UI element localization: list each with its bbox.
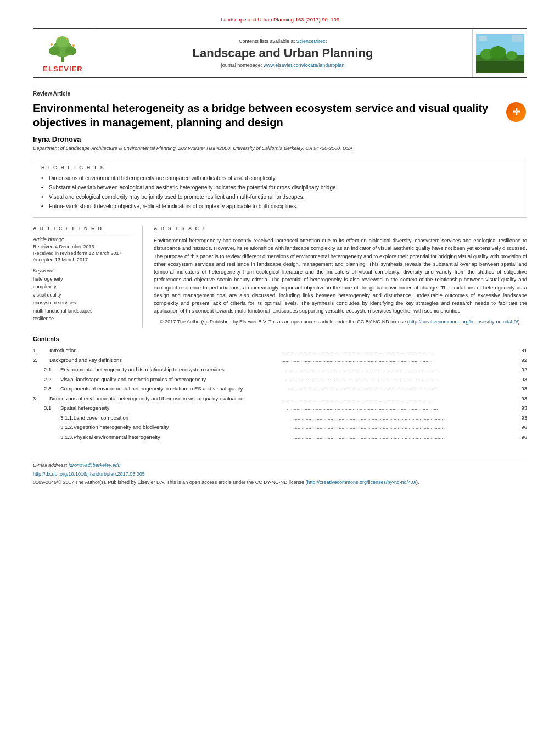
highlights-box: H I G H L I G H T S Dimensions of enviro… — [33, 159, 527, 218]
article-info-label: A R T I C L E I N F O — [33, 226, 135, 233]
highlight-item: Substantial overlap between ecological a… — [41, 184, 519, 192]
contents-page-num: 93 — [513, 376, 527, 383]
svg-point-7 — [58, 37, 60, 39]
contents-num: 1. — [33, 347, 49, 354]
contents-item-text: Environmental heterogeneity and its rela… — [60, 366, 285, 373]
contents-page-num: 93 — [513, 414, 527, 422]
contents-title: Contents — [33, 336, 527, 342]
contents-item-text: Land cover composition — [74, 414, 292, 422]
svg-point-8 — [66, 38, 68, 40]
contents-item-text: Spatial heterogeneity — [60, 404, 285, 412]
contents-page-num: 93 — [513, 395, 527, 403]
accepted-date: Accepted 13 March 2017 — [33, 257, 135, 263]
contents-row: 2.Background and key definitions........… — [33, 356, 527, 365]
svg-point-14 — [506, 51, 517, 60]
contents-table: 1.Introduction..........................… — [33, 347, 527, 441]
keyword-item: resilience — [33, 315, 135, 322]
article-title: Environmental heterogeneity as a bridge … — [33, 101, 497, 130]
journal-cover-area: Landscape and Urban Planning — [472, 29, 527, 77]
contents-item-text: Background and key definitions — [49, 356, 279, 364]
crossmark-area: ✛ — [505, 101, 527, 123]
contents-item-text: Vegetation heterogeneity and biodiversit… — [74, 423, 292, 431]
sciencedirect-link[interactable]: ScienceDirect — [296, 38, 327, 44]
article-history-label: Article history: — [33, 237, 135, 242]
keywords-label: Keywords: — [33, 268, 135, 274]
abstract-column: A B S T R A C T Environmental heterogene… — [154, 226, 527, 328]
abstract-paragraph: Environmental heterogeneity has recently… — [154, 237, 527, 315]
main-title-area: Environmental heterogeneity as a bridge … — [33, 101, 527, 130]
email-label: E-mail address: — [33, 462, 68, 468]
journal-header: ELSEVIER Contents lists available at Sci… — [33, 28, 527, 78]
contents-row: 3.Dimensions of environmental heterogene… — [33, 395, 527, 403]
contents-page-num: 93 — [513, 404, 527, 412]
journal-homepage-line: journal homepage: www.elsevier.com/locat… — [221, 63, 345, 68]
svg-rect-11 — [476, 61, 524, 73]
keywords-list: heterogeneitycomplexityvisual qualityeco… — [33, 275, 135, 322]
contents-item-text: Components of environmental heterogeneit… — [60, 385, 285, 393]
contents-row: 3.1.1.Land cover composition............… — [33, 414, 527, 422]
contents-num: 2.2. — [33, 376, 60, 383]
contents-row: 3.1.2.Vegetation heterogeneity and biodi… — [33, 423, 527, 432]
email-link[interactable]: idronova@berkeley.edu — [69, 462, 121, 468]
cc-url[interactable]: http://creativecommons.org/licenses/by-n… — [409, 319, 518, 325]
svg-point-3 — [65, 47, 76, 55]
footer-section: E-mail address: idronova@berkeley.edu ht… — [33, 458, 527, 487]
highlights-label: H I G H L I G H T S — [41, 165, 519, 170]
elsevier-logo: ELSEVIER — [43, 34, 82, 73]
contents-num: 2. — [33, 356, 49, 364]
contents-dots: ........................................… — [287, 366, 512, 374]
article-info-abstract-area: A R T I C L E I N F O Article history: R… — [33, 226, 527, 328]
cover-landscape-svg — [476, 34, 524, 73]
contents-num: 3.1.3. — [33, 433, 74, 441]
svg-rect-15 — [479, 36, 487, 41]
journal-cover-image: Landscape and Urban Planning — [476, 34, 524, 73]
svg-rect-16 — [512, 35, 523, 42]
contents-row: 3.1.Spatial heterogeneity...............… — [33, 404, 527, 412]
svg-point-6 — [72, 44, 75, 47]
contents-row: 2.1.Environmental heterogeneity and its … — [33, 366, 527, 374]
journal-header-center: Contents lists available at ScienceDirec… — [93, 29, 472, 77]
page: Landscape and Urban Planning 163 (2017) … — [0, 0, 560, 742]
contents-item-text: Introduction — [49, 347, 279, 354]
contents-page-num: 96 — [513, 423, 527, 431]
contents-num: 3.1.1. — [33, 414, 74, 422]
contents-dots: ........................................… — [293, 424, 511, 432]
contents-item-text: Dimensions of environmental heterogeneit… — [49, 395, 279, 403]
keywords-section: Keywords: heterogeneitycomplexityvisual … — [33, 268, 135, 322]
svg-point-5 — [51, 43, 53, 46]
keyword-item: multi-functional landscapes — [33, 307, 135, 315]
doi-link[interactable]: http://dx.doi.org/10.1016/j.landurbplan.… — [33, 471, 145, 477]
contents-page-num: 92 — [513, 366, 527, 373]
crossmark-icon: ✛ — [506, 102, 526, 122]
contents-row: 2.2.Visual landscape quality and aesthet… — [33, 376, 527, 384]
copyright-line: 0169-2046/© 2017 The Author(s). Publishe… — [33, 479, 527, 487]
contents-num: 2.3. — [33, 385, 60, 393]
contents-dots: ........................................… — [282, 347, 512, 355]
footer-cc-url[interactable]: http://creativecommons.org/licenses/by-n… — [307, 479, 416, 485]
contents-dots: ........................................… — [287, 376, 512, 384]
contents-dots: ........................................… — [293, 415, 511, 422]
contents-num: 3.1.2. — [33, 423, 74, 431]
homepage-url[interactable]: www.elsevier.com/locate/landurbplan — [264, 63, 345, 68]
article-info-column: A R T I C L E I N F O Article history: R… — [33, 226, 143, 328]
elsevier-logo-area: ELSEVIER — [33, 29, 93, 77]
author-affiliation: Department of Landscape Architecture & E… — [33, 146, 527, 151]
contents-page-num: 93 — [513, 385, 527, 393]
elsevier-tree-icon — [43, 34, 82, 64]
contents-dots: ........................................… — [282, 395, 512, 403]
contents-num: 3.1. — [33, 404, 60, 412]
received-revised-date: Received in revised form 12 March 2017 — [33, 250, 135, 256]
contents-dots: ........................................… — [287, 405, 512, 412]
svg-point-13 — [490, 46, 506, 59]
journal-citation-text: Landscape and Urban Planning 163 (2017) … — [221, 16, 339, 23]
abstract-label: A B S T R A C T — [154, 226, 527, 233]
abstract-text: Environmental heterogeneity has recently… — [154, 237, 527, 326]
contents-page-num: 96 — [513, 433, 527, 441]
highlight-item: Visual and ecological complexity may be … — [41, 193, 519, 201]
keyword-item: heterogeneity — [33, 275, 135, 283]
cc-license-line: © 2017 The Author(s). Published by Elsev… — [154, 319, 527, 326]
keyword-item: ecosystem services — [33, 299, 135, 306]
contents-page-num: 92 — [513, 356, 527, 364]
article-info-section: A R T I C L E I N F O Article history: R… — [33, 226, 135, 263]
author-name: Iryna Dronova — [33, 135, 527, 143]
